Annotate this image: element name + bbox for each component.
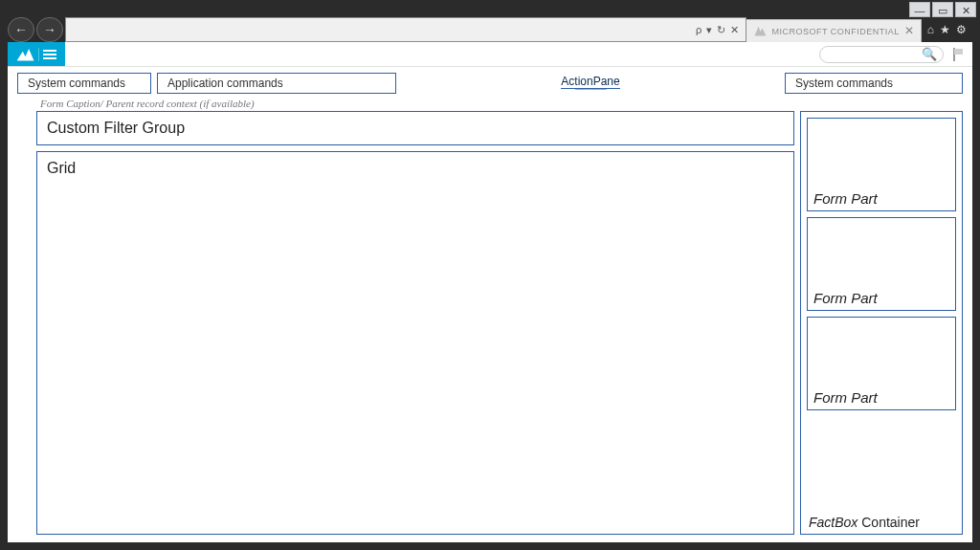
app-chrome-right: 🔍 [812, 42, 972, 66]
browser-bar: ← → ρ ▾ ↻ ✕ MICROSOFT CONFIDENTIAL ✕ ⌂ ★… [8, 17, 972, 42]
form-part-1[interactable]: Form Part [807, 118, 956, 211]
system-commands-right[interactable]: System commands [785, 73, 963, 94]
app-chrome-row: 🔍 [8, 42, 972, 67]
factbox-container: Form Part Form Part Form Part FactBox Co… [800, 111, 963, 535]
tab-close-icon[interactable]: ✕ [903, 25, 915, 36]
close-window-button[interactable]: ✕ [955, 2, 976, 17]
address-bar[interactable]: ρ ▾ ↻ ✕ [65, 17, 746, 42]
app-logo-block[interactable] [8, 42, 65, 66]
minimize-button[interactable]: — [909, 2, 930, 17]
search-icon: 🔍 [922, 47, 937, 61]
window-controls: — ▭ ✕ [909, 2, 976, 17]
back-button[interactable]: ← [8, 17, 34, 42]
browser-tab[interactable]: MICROSOFT CONFIDENTIAL ✕ [746, 19, 921, 42]
settings-icon[interactable]: ⚙ [956, 23, 967, 36]
action-pane-label-group: ActionPane ~~~~~~~~~ [402, 75, 779, 93]
body-area: Custom Filter Group Grid Form Part Form … [8, 109, 972, 542]
tab-strip: MICROSOFT CONFIDENTIAL ✕ [746, 17, 921, 42]
form-part-2[interactable]: Form Part [807, 217, 956, 311]
flag-icon[interactable] [951, 48, 965, 61]
dynamics-logo-icon [754, 27, 766, 36]
menu-icon [43, 50, 56, 59]
form-part-label: Form Part [813, 389, 878, 406]
spellcheck-indicator: ~~~~~~~~~ [574, 87, 606, 93]
custom-filter-group[interactable]: Custom Filter Group [36, 111, 794, 145]
form-part-3[interactable]: Form Part [807, 317, 956, 410]
form-part-label: Form Part [813, 290, 878, 306]
action-pane-wrapper: System commands Application commands Act… [8, 67, 972, 96]
favorite-icon[interactable]: ★ [940, 23, 950, 36]
browser-right-icons: ⌂ ★ ⚙ [922, 17, 972, 42]
system-commands-left[interactable]: System commands [17, 73, 151, 94]
form-caption: Form Caption/ Parent record context (if … [8, 96, 972, 109]
grid[interactable]: Grid [36, 151, 794, 535]
application-commands[interactable]: Application commands [157, 73, 396, 94]
address-bar-controls: ρ ▾ ↻ ✕ [696, 24, 740, 36]
restore-button[interactable]: ▭ [932, 2, 953, 17]
main-column: Custom Filter Group Grid [36, 111, 794, 535]
factbox-label-italic: FactBox [809, 515, 858, 530]
action-pane-row: System commands Application commands Act… [8, 67, 972, 96]
factbox-container-label: FactBox Container [809, 515, 920, 530]
search-input[interactable]: 🔍 [819, 46, 944, 63]
app-surface: 🔍 System commands Application commands A… [8, 42, 972, 542]
factbox-label-rest: Container [858, 515, 920, 530]
dynamics-logo-icon [17, 48, 34, 61]
home-icon[interactable]: ⌂ [927, 23, 934, 36]
forward-button[interactable]: → [36, 17, 63, 42]
tab-label: MICROSOFT CONFIDENTIAL [771, 27, 899, 36]
form-part-label: Form Part [813, 190, 878, 207]
logo-divider [38, 48, 39, 61]
